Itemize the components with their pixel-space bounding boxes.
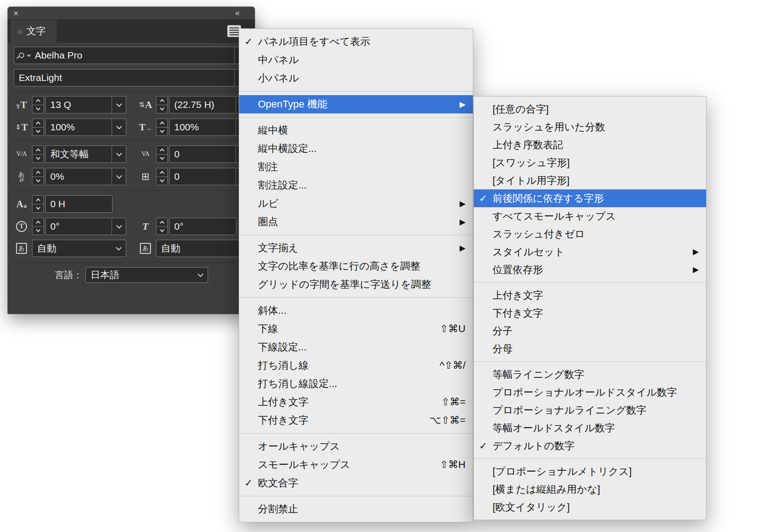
grid-tracking-stepper[interactable] [156, 168, 168, 185]
kerning-stepper[interactable] [32, 145, 44, 163]
stepper-up-button[interactable] [32, 218, 43, 227]
menu-item[interactable]: [任意の合字] [474, 100, 706, 118]
menu-item[interactable]: [欧文イタリック] [474, 498, 706, 516]
menu-item[interactable]: オールキャップス [239, 437, 473, 456]
menu-item[interactable]: 縦中横設定... [239, 140, 473, 158]
stepper-down-button[interactable] [156, 177, 167, 185]
menu-item-latin-ligatures[interactable]: ✓欧文合字 [239, 474, 473, 492]
stepper-down-button[interactable] [156, 105, 167, 113]
menu-item[interactable]: [横または縦組み用かな] [474, 480, 706, 498]
menu-item[interactable]: 小パネル [239, 69, 473, 87]
stepper-down-button[interactable] [32, 128, 43, 136]
menu-item[interactable]: 上付き文字 [474, 286, 706, 304]
menu-item[interactable]: スタイルセット▶ [474, 243, 706, 261]
menu-item[interactable]: 分割禁止 [239, 500, 473, 518]
tracking-field[interactable]: 0 [169, 145, 250, 163]
stepper-up-button[interactable] [156, 97, 167, 105]
menu-item-opentype-features[interactable]: OpenType 機能▶ [239, 95, 473, 113]
stepper-down-button[interactable] [32, 227, 43, 235]
menu-item[interactable]: 中パネル [239, 51, 473, 69]
stepper-down-button[interactable] [32, 105, 43, 113]
skew-stepper[interactable] [156, 218, 168, 235]
grid-tracking-field[interactable]: 0 [169, 168, 250, 185]
gyoudori-left-dropdown[interactable]: 自動 [32, 240, 126, 257]
vertical-scale-dropdown-button[interactable] [112, 119, 126, 135]
menu-item[interactable]: [プロポーショナルメトリクス] [474, 462, 706, 480]
baseline-shift-stepper[interactable] [32, 195, 44, 213]
menu-item[interactable]: すべてスモールキャップス [474, 207, 706, 225]
menu-item[interactable]: 縦中横 [239, 121, 473, 140]
character-rotation-field[interactable]: 0° [45, 218, 126, 235]
stepper-up-button[interactable] [32, 196, 43, 204]
baseline-shift-field[interactable]: 0 H [45, 195, 112, 213]
stepper-down-button[interactable] [32, 155, 43, 163]
menu-item[interactable]: 下線設定... [239, 338, 473, 356]
menu-item[interactable]: [タイトル用字形] [474, 172, 706, 189]
menu-item[interactable]: スラッシュ付きゼロ [474, 225, 706, 243]
menu-item[interactable]: 圏点▶ [239, 213, 473, 231]
menu-item[interactable]: 斜体... [239, 301, 473, 320]
stepper-up-button[interactable] [32, 168, 43, 177]
skew-field[interactable]: 0° [169, 218, 236, 235]
tsume-stepper[interactable] [32, 168, 44, 185]
close-icon[interactable]: × [13, 9, 19, 18]
vertical-scale-stepper[interactable] [32, 118, 44, 136]
stepper-up-button[interactable] [156, 218, 167, 227]
menu-item[interactable]: 打ち消し線設定... [239, 375, 473, 393]
stepper-up-button[interactable] [32, 146, 43, 155]
menu-item[interactable]: 下付き文字 [474, 304, 706, 322]
menu-item[interactable]: 文字の比率を基準に行の高さを調整 [239, 257, 473, 275]
stepper-down-button[interactable] [32, 204, 43, 213]
tab-character[interactable]: ◇ 文字 [11, 20, 57, 43]
menu-item[interactable]: ルビ▶ [239, 194, 473, 213]
menu-item[interactable]: 等幅ライニング数字 [474, 365, 706, 383]
stepper-up-button[interactable] [32, 97, 43, 105]
gyoudori-right-dropdown[interactable]: 自動 [156, 240, 250, 257]
stepper-up-button[interactable] [156, 168, 167, 177]
language-dropdown[interactable]: 日本語 [86, 267, 208, 283]
collapse-panel-icon[interactable]: « [235, 8, 239, 18]
horizontal-scale-stepper[interactable] [156, 118, 168, 136]
leading-field[interactable]: (22.75 H) [169, 96, 250, 113]
menu-item[interactable]: 位置依存形▶ [474, 261, 706, 279]
menu-item[interactable]: 打ち消し線^⇧⌘/ [239, 356, 473, 375]
font-size-dropdown-button[interactable] [112, 97, 126, 113]
stepper-up-button[interactable] [156, 146, 167, 155]
tsume-dropdown-button[interactable] [112, 168, 126, 185]
menu-item[interactable]: 割注設定... [239, 176, 473, 194]
menu-item[interactable]: 等幅オールドスタイル数字 [474, 419, 706, 437]
horizontal-scale-field[interactable]: 100% [169, 118, 250, 136]
font-style-combobox[interactable]: ExtraLight [14, 69, 249, 86]
tsume-field[interactable]: 0% [45, 168, 126, 185]
menu-item[interactable]: プロポーショナルライニング数字 [474, 401, 706, 419]
menu-item[interactable]: 上付き序数表記 [474, 136, 706, 154]
menu-item-default-figures[interactable]: ✓デフォルトの数字 [474, 437, 706, 455]
stepper-down-button[interactable] [156, 155, 167, 163]
menu-item[interactable]: 上付き文字⇧⌘= [239, 393, 473, 411]
vertical-scale-field[interactable]: 100% [45, 118, 126, 136]
stepper-down-button[interactable] [156, 128, 167, 136]
menu-item[interactable]: 分子 [474, 322, 706, 340]
menu-item[interactable]: 分母 [474, 340, 706, 358]
menu-item-show-all-panel-items[interactable]: ✓パネル項目をすべて表示 [239, 32, 473, 51]
stepper-up-button[interactable] [32, 119, 43, 128]
leading-stepper[interactable] [156, 96, 168, 113]
menu-item[interactable]: プロポーショナルオールドスタイル数字 [474, 383, 706, 401]
stepper-up-button[interactable] [156, 119, 167, 128]
menu-item[interactable]: [スワッシュ字形] [474, 154, 706, 172]
menu-item[interactable]: 下線⇧⌘U [239, 320, 473, 338]
font-size-stepper[interactable] [32, 96, 44, 113]
kerning-dropdown-button[interactable] [112, 146, 126, 162]
menu-item-contextual-alternates[interactable]: ✓前後関係に依存する字形 [474, 189, 706, 207]
tracking-stepper[interactable] [156, 145, 168, 163]
menu-item[interactable]: グリッドの字間を基準に字送りを調整 [239, 275, 473, 294]
menu-item[interactable]: 下付き文字⌥⇧⌘= [239, 411, 473, 430]
character-rotation-dropdown-button[interactable] [112, 218, 126, 235]
menu-item[interactable]: スラッシュを用いた分数 [474, 118, 706, 136]
kerning-field[interactable]: 和文等幅 [45, 145, 126, 163]
font-size-field[interactable]: 13 Q [45, 96, 126, 113]
menu-item[interactable]: 文字揃え▶ [239, 239, 473, 257]
menu-item[interactable]: 割注 [239, 158, 473, 176]
font-family-combobox[interactable]: Abelha Pro [14, 47, 249, 64]
stepper-down-button[interactable] [32, 177, 43, 185]
